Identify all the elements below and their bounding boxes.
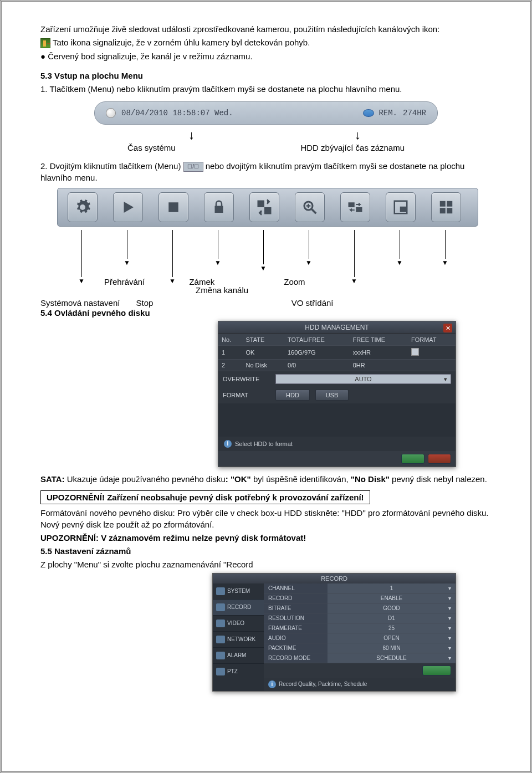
rem-label: REM. xyxy=(378,109,397,117)
info-icon: i xyxy=(224,440,232,448)
ptz-icon xyxy=(216,668,225,675)
overwrite-row: OVERWRITE AUTO xyxy=(218,371,456,387)
sidebar-item-video[interactable]: VIDEO xyxy=(213,616,264,632)
svg-rect-13 xyxy=(440,208,446,213)
rem-value: 274HR xyxy=(403,109,426,117)
video-icon xyxy=(216,620,225,627)
svg-rect-12 xyxy=(447,201,452,207)
gear-icon xyxy=(74,199,91,216)
resolution-select[interactable]: D1 xyxy=(328,613,456,623)
hdd-bottom-buttons xyxy=(218,451,456,467)
pip-button[interactable] xyxy=(386,192,416,222)
section-5-5: 5.5 Nastavení záznamů xyxy=(40,546,492,557)
stop-label: Stop xyxy=(136,298,154,308)
settings-button[interactable] xyxy=(68,192,98,222)
svg-rect-7 xyxy=(349,202,355,207)
quad-icon xyxy=(438,199,454,216)
swap-icon xyxy=(256,199,273,216)
audio-select[interactable]: OPEN xyxy=(328,633,456,643)
close-icon[interactable]: ✕ xyxy=(443,324,452,332)
sidebar-item-alarm[interactable]: ALARM xyxy=(213,648,264,664)
vo-icon xyxy=(347,199,364,216)
svg-rect-8 xyxy=(356,207,362,212)
motion-icon xyxy=(40,38,50,48)
section-5-3: 5.3 Vstup na plochu Menu xyxy=(40,70,492,81)
sidebar-item-record[interactable]: RECORD xyxy=(213,600,264,616)
quad-button[interactable] xyxy=(431,192,461,222)
play-button[interactable] xyxy=(113,192,143,222)
cancel-button[interactable] xyxy=(428,454,451,464)
status-labels: Čas systému HDD zbývající čas záznamu xyxy=(94,143,438,152)
channel-label: Změna kanálu xyxy=(196,285,492,295)
intro-text: Zařízení umožňuje živě sledovat události… xyxy=(40,24,492,35)
zoom-button[interactable] xyxy=(295,192,325,222)
zoom-label: Zoom xyxy=(284,277,305,286)
svg-rect-11 xyxy=(440,201,446,207)
format-text: Formátování nového pevného disku: Pro vý… xyxy=(40,508,492,530)
rec-ok-button[interactable] xyxy=(422,666,451,675)
ok-button[interactable] xyxy=(401,454,424,464)
toolbar-labels-row2: Systémová nastavení Stop VO střídání xyxy=(57,298,492,308)
channel-button[interactable] xyxy=(249,192,279,222)
stop-button[interactable] xyxy=(158,192,188,222)
sidebar-item-ptz[interactable]: PTZ xyxy=(213,664,264,679)
vo-button[interactable] xyxy=(340,192,370,222)
step-1: 1. Tlačítkem (Menu) nebo kliknutím pravý… xyxy=(40,84,492,95)
play-label: Přehrávání xyxy=(104,277,145,286)
network-icon xyxy=(216,636,225,643)
record-footer: i Record Quality, Packtime, Schedule xyxy=(264,678,456,691)
red-dot-desc: ● Červený bod signalizuje, že kanál je v… xyxy=(40,51,492,62)
svg-rect-10 xyxy=(400,207,406,212)
status-bar: 08/04/2010 18:58:07 Wed. REM. 274HR xyxy=(94,101,438,125)
toolbar-arrows xyxy=(57,230,478,260)
disk-icon xyxy=(363,109,374,117)
sata-text: SATA: Ukazuje údaje používaného pevného … xyxy=(40,474,492,485)
hdd-management-dialog: HDD MANAGEMENT ✕ No. STATE TOTAL/FREE FR… xyxy=(218,321,456,467)
warning-box: UPOZORNĚNÍ! Zařízení neobsahuje pevný di… xyxy=(40,490,370,504)
overwrite-select[interactable]: AUTO xyxy=(275,374,451,384)
format-usb-button[interactable]: USB xyxy=(315,390,349,401)
svg-rect-14 xyxy=(447,208,452,213)
icon-line: Tato ikona signalizuje, že v zorném úhlu… xyxy=(40,37,492,48)
main-toolbar xyxy=(57,188,478,227)
zoom-icon xyxy=(301,199,318,216)
system-icon xyxy=(216,587,225,595)
status-datetime: 08/04/2010 18:58:07 Wed. xyxy=(121,109,233,117)
section-5-5-desc: Z plochy "Menu" si zvolte plochu zazname… xyxy=(40,559,492,570)
sidebar-item-network[interactable]: NETWORK xyxy=(213,632,264,648)
recordmode-select[interactable]: SCHEDULE xyxy=(328,653,456,663)
svg-line-4 xyxy=(312,209,316,214)
packtime-select[interactable]: 60 MIN xyxy=(328,643,456,653)
icon-desc: Tato ikona signalizuje, že v zorném úhlu… xyxy=(53,38,310,47)
framerate-select[interactable]: 25 xyxy=(328,623,456,633)
record-title: RECORD xyxy=(213,574,456,583)
warning-2: UPOZORNĚNÍ: V záznamovém režimu nelze pe… xyxy=(40,533,492,544)
play-icon xyxy=(120,199,136,216)
step-2: 2. Dvojitým kliknutím tlačítkem (Menu) ☐… xyxy=(40,161,492,183)
system-label: Systémová nastavení xyxy=(40,298,120,308)
sidebar-item-system[interactable]: SYSTEM xyxy=(213,583,264,600)
record-sidebar: SYSTEM RECORD VIDEO NETWORK ALARM PTZ xyxy=(213,583,264,691)
record-main: CHANNEL1 RECORDENABLE BITRATEGOOD RESOLU… xyxy=(264,583,456,691)
record-select[interactable]: ENABLE xyxy=(328,593,456,603)
format-row: FORMAT HDD USB xyxy=(218,387,456,403)
info-icon: i xyxy=(268,680,276,688)
arrow-hdd: ↓ xyxy=(355,129,361,141)
pip-icon xyxy=(392,199,409,216)
record-icon xyxy=(216,603,225,611)
lock-button[interactable] xyxy=(204,192,234,222)
svg-rect-0 xyxy=(168,202,178,212)
arrow-time: ↓ xyxy=(188,129,195,141)
format-hdd-button[interactable]: HDD xyxy=(275,390,310,401)
bitrate-select[interactable]: GOOD xyxy=(328,603,456,613)
stop-icon xyxy=(165,199,182,216)
svg-rect-1 xyxy=(258,201,263,206)
channel-select[interactable]: 1 xyxy=(328,583,456,593)
svg-rect-2 xyxy=(266,208,271,213)
hdd-footer: i Select HDD to format xyxy=(218,437,456,451)
hdd-table: No. STATE TOTAL/FREE FREE TIME FORMAT 1 … xyxy=(218,334,456,371)
table-row: 2 No Disk 0/0 0HR xyxy=(218,360,456,371)
table-row: 1 OK 160G/97G xxxHR xyxy=(218,346,456,360)
format-checkbox[interactable] xyxy=(411,348,419,356)
record-dialog: RECORD SYSTEM RECORD VIDEO NETWORK ALARM… xyxy=(212,573,456,692)
